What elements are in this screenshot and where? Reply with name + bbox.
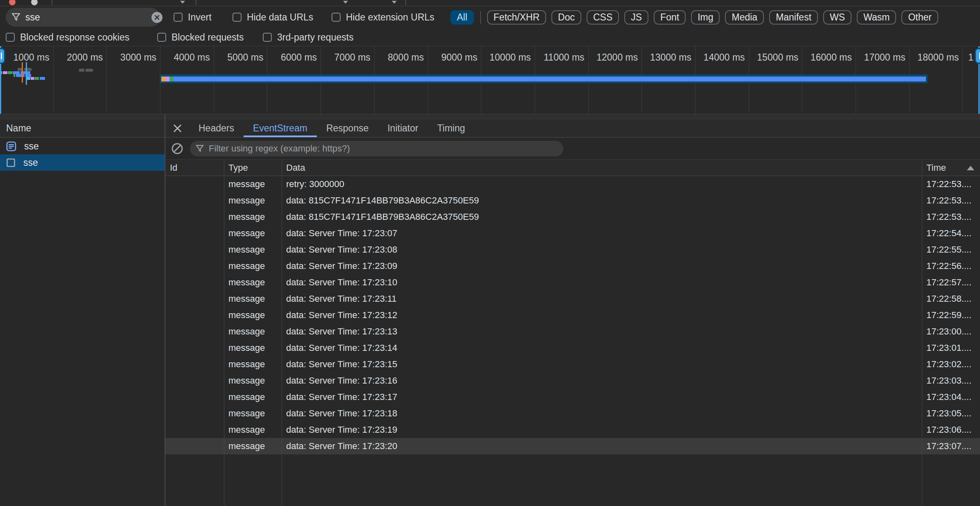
toggle-filter-hide-extension-urls[interactable]: Hide extension URLs [332,8,434,27]
tab-response[interactable]: Response [317,119,378,137]
column-header-type[interactable]: Type [224,163,282,173]
column-header-label: Id [170,163,177,173]
funnel-icon [11,13,20,22]
toolbar-caret-icon[interactable] [343,1,348,4]
event-time-cell: 17:22:53.... [922,212,980,222]
event-row[interactable]: messagedata: Server Time: 17:23:1217:22:… [165,307,980,323]
event-row[interactable]: messagedata: Server Time: 17:23:1517:23:… [165,356,980,373]
toggle-options-3rd-party-requests[interactable]: 3rd-party requests [263,28,354,47]
checkbox[interactable] [6,33,15,42]
event-data-cell: data: Server Time: 17:23:11 [282,294,922,304]
column-divider[interactable] [282,160,282,506]
column-header-time[interactable]: Time [922,163,980,173]
timeline-right-handle[interactable] [975,48,980,64]
event-row[interactable]: messagedata: Server Time: 17:23:0917:22:… [165,258,980,274]
type-filter-all[interactable]: All [450,10,474,25]
close-detail-button[interactable] [165,119,189,137]
network-filter-input-pill[interactable] [6,8,160,27]
event-row[interactable]: messagedata: Server Time: 17:23:1017:22:… [165,274,980,291]
event-row[interactable]: messageretry: 300000017:22:53.... [165,176,980,192]
event-row[interactable]: messagedata: Server Time: 17:23:2017:23:… [165,438,980,454]
request-row-sse[interactable]: sse [0,154,165,171]
type-filter-ws[interactable]: WS [823,10,851,25]
waterfall-mini-bar [35,77,39,80]
tab-headers[interactable]: Headers [189,119,244,137]
event-time-cell: 17:22:54.... [922,228,980,239]
event-time-cell: 17:22:58.... [922,294,980,304]
event-row[interactable]: messagedata: 815C7F1471F14BB79B3A86C2A37… [165,209,980,225]
eventstream-regex-pill[interactable] [190,141,563,156]
checkbox-label: Invert [188,12,212,23]
record-button[interactable] [9,0,16,5]
type-filter-manifest[interactable]: Manifest [769,10,818,25]
waterfall-mini-bar [31,77,34,80]
type-filter-wasm[interactable]: Wasm [857,10,896,25]
clear-filter-icon[interactable] [151,12,163,23]
type-filter-media[interactable]: Media [725,10,764,25]
network-overview-timeline[interactable]: 1000 ms2000 ms3000 ms4000 ms5000 ms6000 … [0,46,980,114]
timeline-left-handle[interactable] [0,48,5,64]
network-filter-input[interactable] [25,12,147,23]
toggle-options-blocked-requests[interactable]: Blocked requests [157,28,244,47]
tab-initiator[interactable]: Initiator [378,119,427,137]
event-row[interactable]: messagedata: Server Time: 17:23:1117:22:… [165,291,980,307]
eventstream-regex-input[interactable] [209,143,558,154]
clear-button[interactable] [31,0,38,5]
event-data-cell: data: Server Time: 17:23:10 [282,277,922,288]
detail-tabs: HeadersEventStreamResponseInitiatorTimin… [165,119,980,138]
toolbar-divider [405,0,406,5]
type-filter-fetch-xhr[interactable]: Fetch/XHR [487,10,546,25]
tab-eventstream[interactable]: EventStream [244,119,317,137]
sse-request-bar-selection[interactable] [160,75,928,83]
event-row[interactable]: messagedata: Server Time: 17:23:1617:23:… [165,373,980,389]
event-row[interactable]: messagedata: Server Time: 17:23:1917:23:… [165,422,980,438]
type-filter-css[interactable]: CSS [587,10,619,25]
name-column-header[interactable]: Name [0,119,165,138]
checkbox[interactable] [174,13,183,22]
column-header-data[interactable]: Data [282,163,922,173]
event-row[interactable]: messagedata: Server Time: 17:23:1417:23:… [165,340,980,356]
checkbox[interactable] [263,33,272,42]
block-icon[interactable] [171,142,183,155]
event-row[interactable]: messagedata: Server Time: 17:23:1317:23:… [165,323,980,340]
request-bar-segment [174,77,926,81]
toolbar-caret-icon[interactable] [392,1,397,4]
toggle-options-blocked-response-cookies[interactable]: Blocked response cookies [6,28,129,47]
checkbox[interactable] [157,33,166,42]
event-time-cell: 17:22:59.... [922,310,980,321]
type-filter-font[interactable]: Font [654,10,686,25]
column-header-id[interactable]: Id [165,163,224,173]
request-row-sse[interactable]: sse [0,138,165,154]
type-filter-doc[interactable]: Doc [551,10,581,25]
event-row[interactable]: messagedata: Server Time: 17:23:0817:22:… [165,242,980,258]
request-bar-segment [161,77,165,81]
panel-split-bar[interactable] [0,114,980,119]
tab-strip: HeadersEventStreamResponseInitiatorTimin… [189,119,474,137]
event-row[interactable]: messagedata: Server Time: 17:23:1717:23:… [165,389,980,405]
event-data-cell: data: Server Time: 17:23:09 [282,261,922,271]
event-row[interactable]: messagedata: 815C7F1471F14BB79B3A86C2A37… [165,192,980,209]
request-type-filters: AllFetch/XHRDocCSSJSFontImgMediaManifest… [450,10,938,25]
requests-list-panel: Name ssesse [0,119,165,506]
column-divider[interactable] [922,160,922,506]
toggle-filter-hide-data-urls[interactable]: Hide data URLs [233,8,313,27]
type-filter-js[interactable]: JS [624,10,648,25]
type-filter-other[interactable]: Other [901,10,938,25]
column-header-label: Type [228,163,248,173]
toggle-filter-invert[interactable]: Invert [174,8,212,27]
event-row[interactable]: messagedata: Server Time: 17:23:0717:22:… [165,225,980,242]
checkbox[interactable] [332,13,341,22]
event-type-cell: message [224,244,282,255]
checkbox[interactable] [233,13,242,22]
domcontentloaded-line [22,62,23,83]
sse-request-bar [161,77,926,81]
event-data-cell: data: Server Time: 17:23:12 [282,310,922,321]
tab-timing[interactable]: Timing [428,119,474,137]
event-type-cell: message [224,359,282,370]
throttling-caret-icon[interactable] [180,1,185,4]
network-options-bar: Blocked response cookiesBlocked requests… [0,29,980,46]
type-filter-img[interactable]: Img [691,10,720,25]
event-row[interactable]: messagedata: Server Time: 17:23:1817:23:… [165,405,980,422]
column-divider[interactable] [224,160,224,506]
event-type-cell: message [224,392,282,402]
